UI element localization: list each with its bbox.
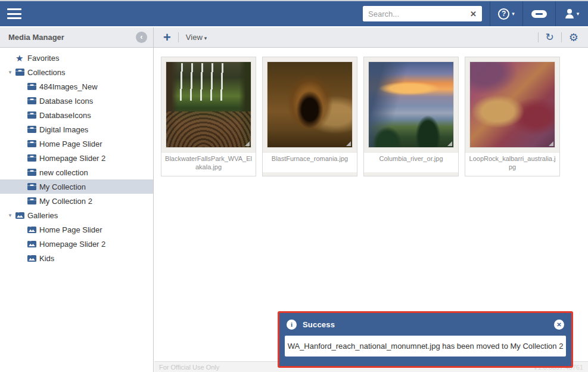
- sidebar-item-my-collection[interactable]: My Collection: [0, 179, 153, 194]
- collection-icon: [27, 183, 39, 190]
- sidebar-header: Media Manager ‹: [0, 27, 154, 47]
- media-card[interactable]: BlackwaterFallsPark_WVA_Elakala.jpg: [161, 57, 256, 176]
- star-icon: ★: [15, 54, 27, 63]
- gallery-icon: [27, 255, 39, 262]
- notification-header: i Success ✕: [279, 313, 571, 336]
- collection-icon: [27, 111, 39, 119]
- media-filename: BlastFurnace_romania.jpg: [263, 152, 357, 172]
- top-navbar: ✕ ? ▾ ▾: [0, 0, 588, 26]
- resize-handle-icon[interactable]: [549, 141, 553, 146]
- sidebar-item-homepage-slider-2[interactable]: Homepage Slider 2: [0, 151, 153, 165]
- thumbnail-grid: BlackwaterFallsPark_WVA_Elakala.jpg Blas…: [154, 48, 588, 176]
- sidebar-item-label: Favorites: [27, 54, 59, 63]
- caret-down-icon: ▾: [577, 11, 580, 17]
- sidebar-item-label: Home Page Slider: [39, 140, 102, 148]
- sub-toolbar: Media Manager ‹ + View▾ ↻ ⚙: [0, 27, 588, 48]
- sidebar-item-label: DatabaseIcons: [39, 111, 91, 120]
- view-dropdown[interactable]: View▾: [186, 33, 207, 42]
- sidebar-item-digital-images[interactable]: Digital Images: [0, 122, 153, 137]
- gallery-icon: [27, 226, 39, 233]
- collection-icon: [27, 154, 39, 162]
- sidebar-item-gallery-homepage-slider-2[interactable]: Homepage Slider 2: [0, 237, 153, 251]
- success-notification: i Success ✕ WA_Hanford_reach_national_mo…: [278, 311, 573, 368]
- sidebar-item-home-page-slider[interactable]: Home Page Slider: [0, 137, 153, 151]
- sidebar-item-galleries[interactable]: ▾ Galleries: [0, 208, 153, 222]
- gallery-icon: [27, 240, 39, 247]
- thumbnail-image[interactable]: [267, 61, 353, 148]
- sidebar-item-database-icons[interactable]: Database Icons: [0, 94, 153, 108]
- user-menu[interactable]: ▾: [555, 1, 588, 26]
- search-input[interactable]: [363, 6, 482, 21]
- sidebar-item-my-collection-2[interactable]: My Collection 2: [0, 194, 153, 208]
- content-toolbar: + View▾ ↻ ⚙: [154, 27, 588, 47]
- info-icon: i: [287, 320, 297, 330]
- thumbnail-image[interactable]: [166, 61, 251, 148]
- sidebar-item-label: 484Images_New: [39, 82, 98, 91]
- sidebar-item-collections[interactable]: ▾ Collections: [0, 65, 153, 79]
- page-title: Media Manager: [8, 33, 136, 42]
- media-manager-app: ✕ ? ▾ ▾ Media Manager ‹ +: [0, 0, 588, 372]
- navbar-right: ✕ ? ▾ ▾: [355, 1, 588, 26]
- menu-icon[interactable]: [7, 8, 21, 19]
- sidebar-item-new-collection[interactable]: new collection: [0, 165, 153, 179]
- view-dropdown-label: View: [186, 33, 203, 42]
- sidebar-item-label: Collections: [27, 68, 66, 77]
- refresh-button[interactable]: ↻: [546, 32, 554, 42]
- chevron-down-icon: ▾: [204, 35, 207, 41]
- media-filename: BlackwaterFallsPark_WVA_Elakala.jpg: [161, 152, 256, 176]
- collection-icon: [27, 97, 39, 104]
- media-card[interactable]: LoopRock_kalbarri_australia.jpg: [465, 57, 560, 176]
- thumbnail-image[interactable]: [469, 61, 555, 148]
- toolbar-divider: [561, 32, 562, 42]
- caret-down-icon: ▾: [512, 11, 515, 17]
- thumbnail-image[interactable]: [368, 61, 454, 148]
- help-icon: ?: [498, 8, 509, 20]
- search-clear-icon[interactable]: ✕: [470, 10, 477, 18]
- classification-label: For Official Use Only: [159, 364, 219, 371]
- sidebar-item-label: Galleries: [27, 211, 58, 220]
- sidebar-item-label: My Collection 2: [39, 197, 92, 206]
- sidebar-item-favorites[interactable]: ★ Favorites: [0, 51, 153, 65]
- sidebar-item-kids[interactable]: Kids: [0, 251, 153, 265]
- collection-icon: [15, 69, 27, 76]
- notification-title: Success: [303, 320, 335, 329]
- sidebar-item-label: Digital Images: [39, 125, 88, 134]
- resize-handle-icon[interactable]: [346, 141, 351, 146]
- user-icon: [565, 9, 574, 18]
- sidebar-tree: ★ Favorites ▾ Collections 484Images_New …: [0, 48, 154, 372]
- collection-icon: [27, 126, 39, 133]
- sidebar-item-label: My Collection: [39, 182, 86, 191]
- resize-handle-icon[interactable]: [245, 141, 250, 146]
- sidebar-item-gallery-home-page-slider[interactable]: Home Page Slider: [0, 222, 153, 237]
- sidebar-item-label: Homepage Slider 2: [39, 240, 105, 249]
- collection-icon: [27, 83, 39, 90]
- close-icon[interactable]: ✕: [554, 320, 564, 330]
- resize-handle-icon[interactable]: [447, 141, 452, 146]
- media-card[interactable]: Columbia_river_or.jpg: [363, 57, 459, 176]
- sidebar-item-databaseicons[interactable]: DatabaseIcons: [0, 108, 153, 122]
- preview-button[interactable]: [522, 1, 555, 26]
- add-button[interactable]: +: [163, 31, 171, 44]
- media-card[interactable]: BlastFurnace_romania.jpg: [262, 57, 357, 176]
- sidebar-item-label: Homepage Slider 2: [39, 154, 105, 163]
- tree-caret-icon[interactable]: ▾: [5, 69, 15, 75]
- media-filename: Columbia_river_or.jpg: [364, 152, 458, 172]
- search-box: ✕: [355, 1, 490, 26]
- toolbar-divider: [178, 32, 179, 42]
- collection-icon: [27, 140, 39, 147]
- sidebar-item-label: new collection: [39, 168, 88, 177]
- collection-icon: [27, 169, 39, 176]
- media-filename: LoopRock_kalbarri_australia.jpg: [465, 152, 559, 176]
- sidebar-item-label: Kids: [39, 254, 54, 263]
- loop-arrows-icon: [531, 10, 547, 18]
- toolbar-divider: [538, 32, 539, 42]
- gallery-icon: [15, 212, 27, 219]
- sidebar-item-484images-new[interactable]: 484Images_New: [0, 79, 153, 94]
- collapse-sidebar-button[interactable]: ‹: [136, 32, 147, 43]
- help-menu[interactable]: ? ▾: [490, 1, 522, 26]
- settings-button[interactable]: ⚙: [569, 32, 578, 43]
- sidebar-item-label: Database Icons: [39, 97, 93, 106]
- notification-message: WA_Hanford_reach_national_monumnet.jpg h…: [285, 336, 566, 356]
- tree-caret-icon[interactable]: ▾: [5, 212, 15, 218]
- collection-icon: [27, 197, 39, 204]
